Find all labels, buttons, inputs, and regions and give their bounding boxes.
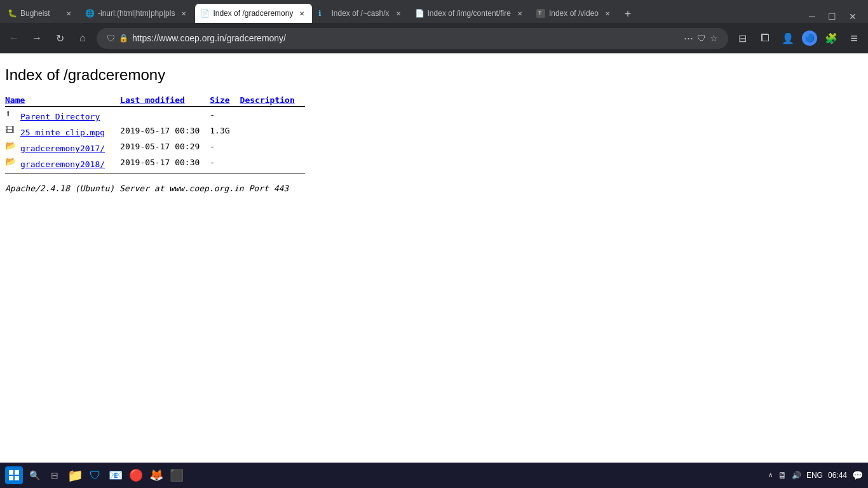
video-icon: 🎞 xyxy=(5,127,18,137)
menu-icon[interactable]: ≡ xyxy=(845,29,863,47)
firefox-taskbar[interactable]: 🦊 xyxy=(147,466,165,484)
sidebar-icon[interactable]: ⧠ xyxy=(756,29,774,47)
minimize-button[interactable]: ─ xyxy=(805,10,819,23)
maximize-button[interactable]: ☐ xyxy=(824,10,840,23)
url-text[interactable]: https://www.coep.org.in/gradceremony/ xyxy=(132,33,680,43)
extension-icon[interactable]: 🔵 xyxy=(802,30,817,46)
entry-size: - xyxy=(210,139,240,154)
app-taskbar[interactable]: ⬛ xyxy=(168,466,186,484)
tab-close-4[interactable]: ✕ xyxy=(393,8,403,18)
library-icon[interactable]: ⊟ xyxy=(733,29,751,47)
notification-icon[interactable]: 💬 xyxy=(852,470,863,480)
taskbar-right: ∧ 🖥 🔊 ENG 06:44 💬 xyxy=(768,470,863,481)
table-row: ⬆Parent Directory- xyxy=(5,107,305,123)
taskview-button[interactable]: ⊟ xyxy=(46,466,64,484)
pocket-icon[interactable]: 🛡 xyxy=(697,33,706,43)
tab-title-1: Bugheist xyxy=(20,9,60,18)
opera-taskbar[interactable]: 🔴 xyxy=(127,466,145,484)
tab-close-2[interactable]: ✕ xyxy=(179,8,189,18)
url-bar[interactable]: 🛡 🔒 https://www.coep.org.in/gradceremony… xyxy=(97,28,728,49)
entry-description xyxy=(240,139,305,154)
entry-last-modified: 2019-05-17 00:30 xyxy=(115,154,210,170)
entry-link[interactable]: Parent Directory xyxy=(20,112,100,121)
search-button[interactable]: 🔍 xyxy=(25,466,43,484)
address-bar: ← → ↻ ⌂ 🛡 🔒 https://www.coep.org.in/grad… xyxy=(0,23,868,53)
col-description-link[interactable]: Description xyxy=(240,95,295,105)
more-options-icon[interactable]: ··· xyxy=(684,32,693,45)
tab-favicon-2: 🌐 xyxy=(85,9,94,18)
shield-icon: 🛡 xyxy=(107,34,115,43)
tab-title-4: Index of /~cash/x xyxy=(331,9,389,18)
new-tab-button[interactable]: + xyxy=(619,5,637,23)
entry-icon-cell: 📂gradceremony2017/ xyxy=(5,139,115,154)
table-row: 📂gradceremony2017/2019-05-17 00:29- xyxy=(5,139,305,154)
tab-title-5: Index of /img/content/fire xyxy=(428,9,511,18)
svg-rect-6 xyxy=(9,476,13,480)
table-row: 🎞25 minte clip.mpg2019-05-17 00:301.3G xyxy=(5,123,305,139)
page-title: Index of /gradceremony xyxy=(5,66,858,84)
tab-close-6[interactable]: ✕ xyxy=(602,8,613,18)
entry-icon-cell: 🎞25 minte clip.mpg xyxy=(5,123,115,139)
tab-favicon-3: 📄 xyxy=(200,9,209,18)
tab-bugheist[interactable]: 🐛 Bugheist ✕ xyxy=(3,4,79,23)
entry-link[interactable]: 25 minte clip.mpg xyxy=(20,128,105,137)
tab-favicon-1: 🐛 xyxy=(8,9,17,18)
folder-icon: 📂 xyxy=(5,159,18,169)
file-explorer-taskbar[interactable]: 📁 xyxy=(66,466,84,484)
reload-button[interactable]: ↻ xyxy=(51,29,69,47)
tab-title-3: Index of /gradceremony xyxy=(213,9,293,18)
tab-close-5[interactable]: ✕ xyxy=(515,8,525,18)
puzzle-icon[interactable]: 🧩 xyxy=(822,29,840,47)
lock-icon: 🔒 xyxy=(119,34,128,43)
entry-description xyxy=(240,107,305,123)
server-info: Apache/2.4.18 (Ubuntu) Server at www.coe… xyxy=(5,184,858,193)
taskbar: 🔍 ⊟ 📁 🛡 📧 🔴 🦊 ⬛ ∧ 🖥 🔊 ENG 06:44 💬 xyxy=(0,463,868,488)
entry-last-modified xyxy=(115,107,210,123)
svg-rect-5 xyxy=(15,470,19,475)
col-name: Name xyxy=(5,94,115,107)
profile-icon[interactable]: 👤 xyxy=(779,29,797,47)
table-row: 📂gradceremony2018/2019-05-17 00:30- xyxy=(5,154,305,170)
table-header: Name Last modified Size Description xyxy=(5,94,305,107)
svg-text:🎞: 🎞 xyxy=(5,125,14,135)
entry-link[interactable]: gradceremony2018/ xyxy=(20,159,105,169)
svg-rect-4 xyxy=(9,470,13,475)
entry-link[interactable]: gradceremony2017/ xyxy=(20,144,105,153)
tab-close-3[interactable]: ✕ xyxy=(297,8,307,18)
parent-icon: ⬆ xyxy=(5,111,18,121)
chevron-up-icon[interactable]: ∧ xyxy=(768,471,773,478)
language-label: ENG xyxy=(806,471,823,480)
col-last-modified-link[interactable]: Last modified xyxy=(120,95,185,105)
tab-video[interactable]: T Index of /video ✕ xyxy=(531,4,618,23)
svg-text:⬆: ⬆ xyxy=(5,108,11,119)
volume-icon[interactable]: 🔊 xyxy=(792,471,801,480)
tab-cash[interactable]: ℹ Index of /~cash/x ✕ xyxy=(313,4,408,23)
back-button[interactable]: ← xyxy=(5,29,23,47)
col-size-link[interactable]: Size xyxy=(210,95,229,105)
home-button[interactable]: ⌂ xyxy=(74,29,92,47)
window-controls: ─ ☐ ✕ xyxy=(800,10,865,23)
tab-favicon-6: T xyxy=(536,9,545,18)
tab-close-1[interactable]: ✕ xyxy=(64,8,74,18)
mail-taskbar[interactable]: 📧 xyxy=(107,466,125,484)
tab-favicon-4: ℹ xyxy=(318,9,327,18)
close-button[interactable]: ✕ xyxy=(845,10,860,23)
col-description: Description xyxy=(240,94,305,107)
start-button[interactable] xyxy=(5,466,23,484)
entry-icon-cell: 📂gradceremony2018/ xyxy=(5,154,115,170)
shield-taskbar[interactable]: 🛡 xyxy=(86,466,104,484)
tab-title-2: -inurl:(html|htm|php|pls xyxy=(98,9,175,18)
taskbar-time: 06:44 xyxy=(828,470,847,481)
tab-gradceremony[interactable]: 📄 Index of /gradceremony ✕ xyxy=(195,4,312,23)
page-content: Index of /gradceremony Name Last modifie… xyxy=(0,53,868,463)
entry-last-modified: 2019-05-17 00:29 xyxy=(115,139,210,154)
tab-inurl[interactable]: 🌐 -inurl:(html|htm|php|pls ✕ xyxy=(80,4,194,23)
forward-button[interactable]: → xyxy=(28,29,46,47)
tab-img-content[interactable]: 📄 Index of /img/content/fire ✕ xyxy=(410,4,530,23)
col-name-link[interactable]: Name xyxy=(5,95,25,105)
col-size: Size xyxy=(210,94,240,107)
network-icon[interactable]: 🖥 xyxy=(778,470,787,480)
tab-bar: 🐛 Bugheist ✕ 🌐 -inurl:(html|htm|php|pls … xyxy=(0,0,868,23)
bookmark-icon[interactable]: ☆ xyxy=(710,33,718,43)
separator-row xyxy=(5,170,305,173)
